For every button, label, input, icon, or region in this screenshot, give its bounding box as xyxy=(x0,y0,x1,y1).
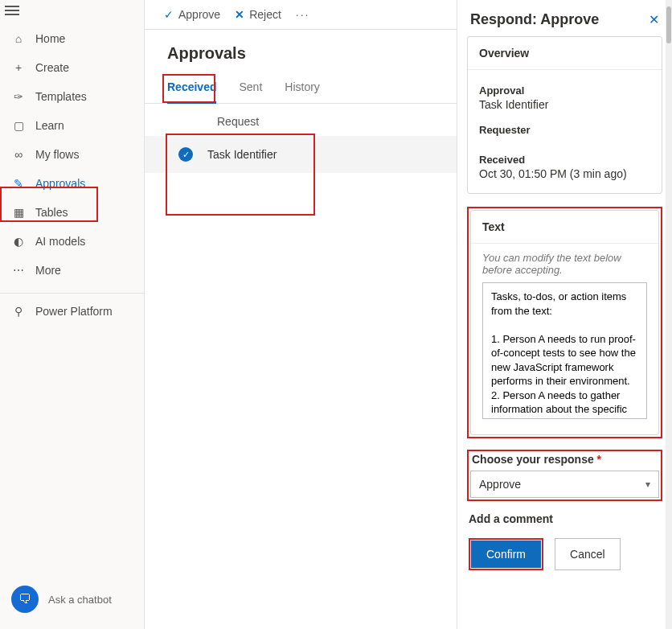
sidebar-item-label: Tables xyxy=(35,206,68,219)
flow-icon: ∞ xyxy=(11,148,26,161)
highlight-response-section: Choose your response * Approve ▾ xyxy=(467,450,662,501)
approve-label: Approve xyxy=(178,8,220,21)
text-hint: You can modify the text below before acc… xyxy=(482,252,647,276)
response-selected-value: Approve xyxy=(479,478,521,491)
sidebar-item-label: Home xyxy=(35,32,65,45)
sidebar-item-label: Approvals xyxy=(35,177,85,190)
divider xyxy=(0,293,144,294)
received-label: Received xyxy=(479,154,650,166)
sidebar-item-templates[interactable]: ✑ Templates xyxy=(0,82,144,111)
tab-history[interactable]: History xyxy=(285,76,320,103)
x-icon: ✕ xyxy=(235,8,244,21)
book-icon: ▢ xyxy=(11,119,26,132)
sidebar-item-label: Power Platform xyxy=(35,305,113,318)
tab-sent[interactable]: Sent xyxy=(239,76,262,103)
sidebar-item-ai-models[interactable]: ◐ AI models xyxy=(0,227,144,256)
sidebar-item-more[interactable]: ⋯ More xyxy=(0,256,144,285)
sidebar-item-power-platform[interactable]: ⚲ Power Platform xyxy=(0,297,144,326)
approval-row[interactable]: ✓ Task Identifier xyxy=(145,136,457,173)
approval-value: Task Identifier xyxy=(479,98,650,111)
toolbar: ✓ Approve ✕ Reject ··· xyxy=(145,0,457,30)
sidebar-item-learn[interactable]: ▢ Learn xyxy=(0,111,144,140)
main-content: ✓ Approve ✕ Reject ··· Approvals Receive… xyxy=(145,0,457,629)
cancel-button[interactable]: Cancel xyxy=(555,538,621,570)
reject-button[interactable]: ✕ Reject xyxy=(235,8,281,21)
chatbot-label: Ask a chatbot xyxy=(48,594,112,606)
chevron-down-icon: ▾ xyxy=(645,479,650,490)
ai-models-icon: ◐ xyxy=(11,235,26,248)
sidebar: ⌂ Home + Create ✑ Templates ▢ Learn ∞ My… xyxy=(0,0,145,629)
sidebar-item-create[interactable]: + Create xyxy=(0,53,144,82)
tab-received[interactable]: Received xyxy=(167,76,216,104)
panel-title: Respond: Approve xyxy=(470,11,599,28)
home-icon: ⌂ xyxy=(11,32,26,45)
approval-row-title: Task Identifier xyxy=(207,148,277,161)
approval-label: Approval xyxy=(479,84,650,97)
templates-icon: ✑ xyxy=(11,90,26,103)
approvals-icon: ✎ xyxy=(11,177,26,190)
overview-heading: Overview xyxy=(468,37,662,70)
hamburger-menu-icon[interactable] xyxy=(0,0,144,21)
panel-scrollbar-thumb[interactable] xyxy=(666,6,671,43)
tables-icon: ▦ xyxy=(11,206,26,219)
check-icon: ✓ xyxy=(164,8,174,21)
sidebar-item-home[interactable]: ⌂ Home xyxy=(0,24,144,53)
sidebar-item-label: Learn xyxy=(35,119,64,132)
approve-button[interactable]: ✓ Approve xyxy=(164,8,220,21)
text-heading: Text xyxy=(471,211,658,244)
more-icon: ⋯ xyxy=(11,264,26,277)
checkmark-icon: ✓ xyxy=(178,147,193,162)
response-label: Choose your response xyxy=(472,453,594,466)
panel-scrollbar-track[interactable] xyxy=(666,0,672,629)
sidebar-item-approvals[interactable]: ✎ Approvals xyxy=(0,169,144,198)
chatbot-icon: 🗨 xyxy=(11,586,39,613)
sidebar-item-label: My flows xyxy=(35,148,79,161)
text-editor[interactable] xyxy=(482,282,647,419)
sidebar-item-label: More xyxy=(35,264,61,277)
column-header-request: Request xyxy=(145,104,457,136)
page-title: Approvals xyxy=(145,30,457,76)
confirm-button[interactable]: Confirm xyxy=(471,541,541,568)
requester-label: Requester xyxy=(479,124,650,136)
required-asterisk: * xyxy=(597,453,601,466)
sidebar-item-label: AI models xyxy=(35,235,85,248)
response-select[interactable]: Approve ▾ xyxy=(470,471,659,498)
platform-icon: ⚲ xyxy=(11,305,26,318)
close-icon[interactable]: ✕ xyxy=(649,12,659,27)
received-value: Oct 30, 01:50 PM (3 min ago) xyxy=(479,167,650,180)
respond-panel: Respond: Approve ✕ Overview Approval Tas… xyxy=(457,0,672,629)
sidebar-item-label: Templates xyxy=(35,90,87,103)
comment-label: Add a comment xyxy=(469,512,661,525)
plus-icon: + xyxy=(11,61,26,74)
more-actions-button[interactable]: ··· xyxy=(296,8,310,21)
highlight-text-section: Text You can modify the text below befor… xyxy=(467,207,662,438)
sidebar-item-my-flows[interactable]: ∞ My flows xyxy=(0,140,144,169)
sidebar-item-tables[interactable]: ▦ Tables xyxy=(0,198,144,227)
sidebar-item-label: Create xyxy=(35,61,69,74)
tabs: Received Sent History xyxy=(145,76,457,104)
highlight-confirm: Confirm xyxy=(469,538,543,570)
ask-chatbot[interactable]: 🗨 Ask a chatbot xyxy=(0,573,144,629)
reject-label: Reject xyxy=(249,8,281,21)
approvals-list: Request ✓ Task Identifier xyxy=(145,104,457,629)
